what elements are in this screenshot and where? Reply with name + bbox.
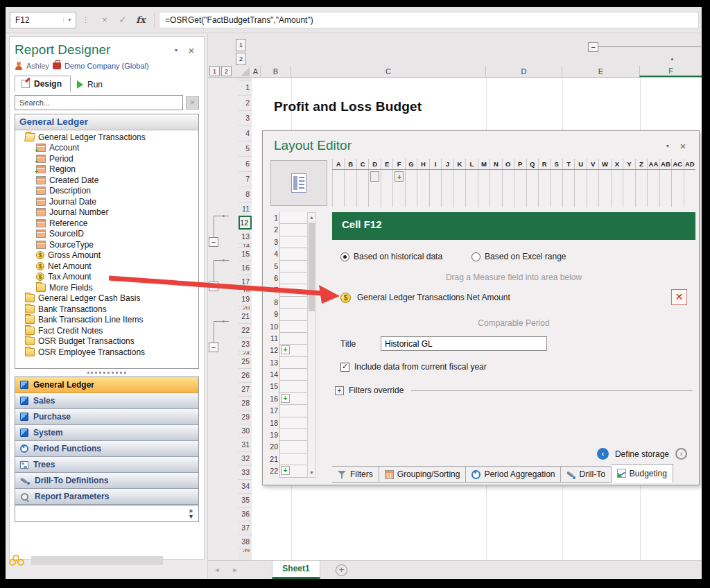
row-header[interactable]: 36 xyxy=(239,507,252,521)
row-header[interactable]: 11 xyxy=(239,202,252,216)
row-header[interactable]: 16 xyxy=(239,261,252,275)
row-header[interactable]: 27 xyxy=(239,382,252,396)
row-header[interactable]: 6 xyxy=(239,156,252,171)
column-header[interactable]: D xyxy=(485,66,562,77)
outline-level-button[interactable]: 1 xyxy=(236,39,246,51)
tree-item[interactable]: Gross Amount xyxy=(15,250,198,261)
company-link[interactable]: Demo Company (Global) xyxy=(64,62,149,70)
mini-row-cell[interactable]: + xyxy=(279,465,310,477)
mini-row-cell[interactable]: + xyxy=(279,273,310,284)
nav-forward-icon[interactable]: › xyxy=(675,448,687,460)
mini-column-letter[interactable]: R xyxy=(538,159,550,169)
mini-column-cell[interactable] xyxy=(671,170,683,207)
tree-item[interactable]: Journal Date xyxy=(15,196,198,207)
tree-item[interactable]: Period xyxy=(15,153,198,164)
mini-row-cell[interactable]: + xyxy=(279,393,310,405)
report-title-cell[interactable]: Profit and Loss Budget xyxy=(274,99,422,114)
row-header[interactable]: 30 xyxy=(239,424,252,438)
mini-column-letter[interactable]: AB xyxy=(659,159,671,169)
mini-column-letter[interactable]: S xyxy=(550,159,562,169)
radio-historical-data[interactable]: Based on historical data xyxy=(340,252,442,261)
mini-column-letter[interactable]: B xyxy=(344,159,356,169)
splitter-handle[interactable] xyxy=(15,369,199,377)
fiscal-year-checkbox-row[interactable]: Include data from current fiscal year xyxy=(340,362,695,372)
mini-column-cell[interactable] xyxy=(574,170,586,207)
row-header[interactable]: 3 xyxy=(239,110,252,126)
search-input[interactable] xyxy=(15,95,183,110)
radio-excel-range[interactable]: Based on Excel range xyxy=(471,252,566,261)
row-header[interactable]: 2 xyxy=(239,95,252,110)
sheet-next-icon[interactable]: ► xyxy=(226,561,244,579)
collapse-group-button[interactable]: − xyxy=(209,282,218,291)
mini-column-cell[interactable] xyxy=(478,170,490,207)
mini-row-cell[interactable]: + xyxy=(279,212,310,224)
mini-column-cell[interactable] xyxy=(344,170,356,207)
mini-column-cell[interactable] xyxy=(429,170,441,207)
enter-icon[interactable]: ✓ xyxy=(114,15,132,25)
collapse-group-button[interactable]: − xyxy=(209,237,218,247)
mini-column-letter[interactable]: V xyxy=(587,159,598,169)
mini-column-letter[interactable]: O xyxy=(502,159,514,169)
mini-rows-scrollbar[interactable]: ▲ ▼ xyxy=(307,212,316,478)
mini-row-cell[interactable]: + xyxy=(279,357,310,369)
collapse-group-button[interactable]: − xyxy=(209,343,218,352)
tree-item[interactable]: Bank Transaction Line Items xyxy=(15,315,198,326)
tree-item[interactable]: General Ledger Transactions xyxy=(15,132,198,143)
mini-column-cell[interactable] xyxy=(381,170,392,207)
dialog-close-icon[interactable]: × xyxy=(675,140,691,152)
mini-column-cell[interactable] xyxy=(526,170,538,207)
outline-level-button[interactable]: 1 xyxy=(209,66,220,76)
mini-column-letter[interactable]: C xyxy=(356,159,368,169)
dialog-tab[interactable]: Period Aggregation xyxy=(466,466,561,483)
dialog-options-icon[interactable]: ▼ xyxy=(660,144,675,148)
mini-row-cell[interactable]: + xyxy=(279,345,310,356)
accordion-item[interactable]: System xyxy=(15,425,198,441)
accordion-item[interactable]: Period Functions xyxy=(15,441,198,457)
mini-row-cell[interactable]: + xyxy=(279,453,310,465)
mini-column-letter[interactable]: AD xyxy=(684,159,695,169)
outline-level-button[interactable]: 2 xyxy=(221,66,232,76)
mini-row-cell[interactable]: + xyxy=(279,309,310,320)
accordion-footer[interactable]: » ▾ xyxy=(15,505,199,522)
row-header[interactable]: 7 xyxy=(239,171,252,187)
tree-item[interactable]: Account xyxy=(15,143,198,154)
tree-item[interactable]: Created Date xyxy=(15,175,198,186)
row-header[interactable]: 4 xyxy=(239,126,252,141)
tab-design[interactable]: Design xyxy=(15,76,71,92)
mini-column-cell[interactable] xyxy=(550,170,562,207)
mini-column-letter[interactable]: E xyxy=(381,159,392,169)
accordion-item[interactable]: Purchase xyxy=(15,409,198,425)
mini-row-cell[interactable]: + xyxy=(279,369,310,381)
tree-item[interactable]: Region xyxy=(15,164,198,175)
expand-icon[interactable]: + xyxy=(335,386,344,395)
tree-item[interactable]: More Fields xyxy=(15,282,198,293)
tree-item[interactable]: Fact Credit Notes xyxy=(15,325,198,336)
row-header[interactable]: 25 xyxy=(239,354,252,368)
mini-row-cell[interactable]: + xyxy=(279,236,310,248)
row-header[interactable]: 21 xyxy=(239,309,252,323)
accordion-item[interactable]: Sales xyxy=(15,393,198,409)
accordion-item[interactable]: General Ledger xyxy=(15,377,198,393)
outline-level-button[interactable]: 2 xyxy=(236,53,246,65)
checkbox-checked-icon[interactable] xyxy=(340,363,349,372)
tree-item[interactable]: OSR Budget Transactions xyxy=(15,336,198,347)
mini-column-letter[interactable]: A xyxy=(332,159,344,169)
row-header[interactable]: 1 xyxy=(239,80,252,95)
clear-search-icon[interactable]: × xyxy=(186,96,199,110)
row-header[interactable]: 38 xyxy=(239,535,252,548)
mini-column-letter[interactable]: J xyxy=(441,159,453,169)
mini-column-letter[interactable]: U xyxy=(574,159,586,169)
dialog-tab[interactable]: Budgeting xyxy=(612,464,673,483)
mini-column-cell[interactable] xyxy=(562,170,574,207)
row-header[interactable]: 5 xyxy=(239,141,252,156)
mini-column-cell[interactable] xyxy=(453,170,465,207)
tree-item[interactable]: Journal Number xyxy=(15,207,198,218)
mini-row-cell[interactable]: + xyxy=(279,284,310,296)
pane-options-icon[interactable]: ▼ xyxy=(168,48,184,53)
mini-column-letter[interactable]: AC xyxy=(671,159,683,169)
collapse-group-button[interactable]: − xyxy=(588,42,598,52)
row-header[interactable]: 31 xyxy=(239,438,252,451)
title-input[interactable] xyxy=(381,336,547,351)
mini-column-letter[interactable]: N xyxy=(490,159,501,169)
row-header[interactable]: 23 xyxy=(239,337,252,351)
